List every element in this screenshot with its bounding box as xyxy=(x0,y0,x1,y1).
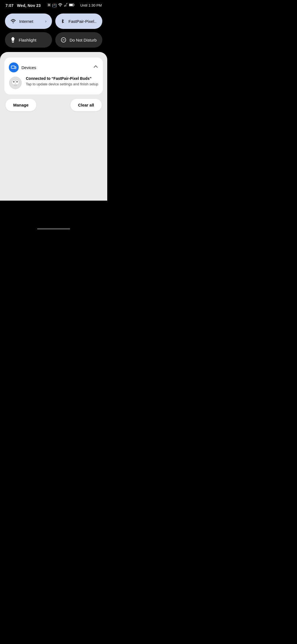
svg-point-16 xyxy=(16,81,18,83)
notif-header: Devices xyxy=(9,62,98,72)
flashlight-tile-label: Flashlight xyxy=(19,38,36,42)
notif-content: Connected to “FastPair-Pixel Buds” Tap t… xyxy=(9,76,98,89)
vibrate-status-icon: 📳 xyxy=(52,3,57,8)
battery-status-icon xyxy=(69,3,75,7)
home-indicator[interactable] xyxy=(37,228,70,230)
svg-marker-5 xyxy=(11,38,15,40)
devices-section-icon xyxy=(9,62,19,72)
pixel-buds-icon xyxy=(9,76,22,89)
svg-rect-10 xyxy=(11,66,15,69)
flashlight-tile[interactable]: Flashlight xyxy=(5,32,52,48)
notif-section-title: Devices xyxy=(21,65,36,70)
svg-rect-2 xyxy=(74,4,74,6)
devices-notification-card[interactable]: Devices xyxy=(4,58,103,94)
internet-chevron-icon: › xyxy=(45,19,46,23)
date: Wed, Nov 23 xyxy=(17,3,41,8)
dnd-tile[interactable]: Do Not Disturb xyxy=(55,32,102,48)
svg-point-15 xyxy=(13,81,15,83)
status-time-date: 7:07 Wed, Nov 23 xyxy=(6,3,41,8)
wifi-status-icon xyxy=(58,3,62,8)
svg-point-11 xyxy=(15,67,16,68)
internet-tile-label: Internet xyxy=(19,19,33,24)
svg-rect-4 xyxy=(12,37,14,38)
notif-header-left: Devices xyxy=(9,62,36,72)
notification-panel: Devices xyxy=(0,52,107,201)
status-bar: 7:07 Wed, Nov 23 ⌘ 📳 xyxy=(0,0,107,10)
dnd-tile-icon xyxy=(61,37,66,43)
battery-until: Until 1:30 PM xyxy=(80,3,102,7)
manage-button[interactable]: Manage xyxy=(6,99,36,111)
fastpair-tile-label: FastPair-Pixel.. xyxy=(68,19,97,24)
wifi-tile-icon xyxy=(10,19,16,24)
internet-tile[interactable]: Internet › xyxy=(5,13,52,29)
svg-text:⌘: ⌘ xyxy=(47,3,51,7)
bluetooth-tile-icon xyxy=(61,18,65,24)
notif-text: Connected to “FastPair-Pixel Buds” Tap t… xyxy=(26,76,98,87)
flashlight-tile-icon xyxy=(10,37,15,43)
svg-rect-7 xyxy=(12,41,13,42)
collapse-chevron-icon[interactable] xyxy=(93,64,98,71)
notif-card-title: Connected to “FastPair-Pixel Buds” xyxy=(26,76,98,81)
notif-card-subtitle: Tap to update device settings and finish… xyxy=(26,82,98,87)
quick-tiles-grid: Internet › FastPair-Pixel.. Flashlight xyxy=(0,10,107,52)
time: 7:07 xyxy=(6,3,13,8)
signal-status-icon xyxy=(64,3,68,8)
bluetooth-status-icon: ⌘ xyxy=(47,3,51,8)
svg-rect-3 xyxy=(69,4,73,6)
clear-all-button[interactable]: Clear all xyxy=(70,99,102,111)
action-buttons-row: Manage Clear all xyxy=(4,99,103,111)
status-icons: ⌘ 📳 xyxy=(47,3,75,8)
dnd-tile-label: Do Not Disturb xyxy=(70,38,97,42)
fastpair-tile[interactable]: FastPair-Pixel.. xyxy=(55,13,102,29)
